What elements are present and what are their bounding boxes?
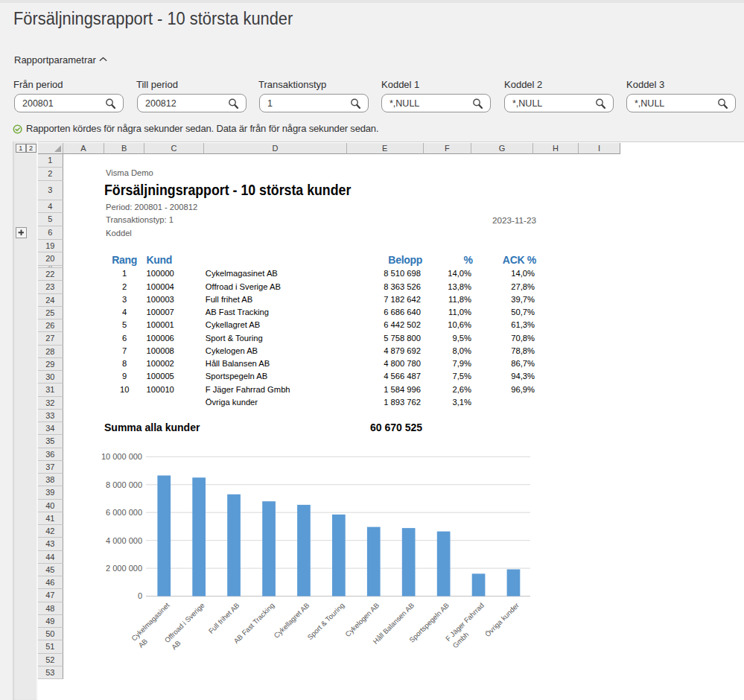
svg-text:4 000 000: 4 000 000 (106, 536, 142, 545)
svg-text:2 000 000: 2 000 000 (106, 564, 142, 573)
svg-text:0: 0 (138, 591, 142, 600)
svg-text:6 000 000: 6 000 000 (106, 508, 142, 517)
svg-text:Full frihet AB: Full frihet AB (207, 601, 241, 635)
svg-text:Cykelogen AB: Cykelogen AB (343, 601, 381, 638)
svg-text:Övriga kunder: Övriga kunder (483, 601, 521, 638)
svg-text:8 000 000: 8 000 000 (106, 480, 142, 489)
svg-text:Sport & Touring: Sport & Touring (305, 601, 346, 641)
svg-text:Cykellagret AB: Cykellagret AB (272, 601, 311, 640)
svg-text:10 000 000: 10 000 000 (101, 452, 142, 461)
